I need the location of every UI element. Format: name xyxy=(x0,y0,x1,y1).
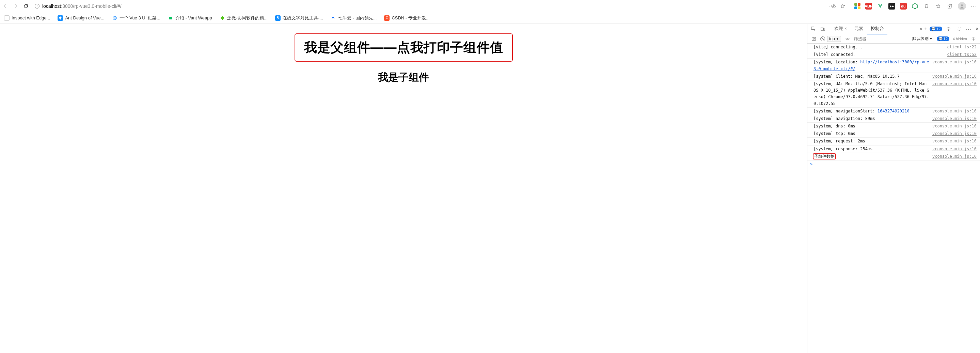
page-content: 我是父组件——点我打印子组件值 我是子组件 xyxy=(0,24,807,353)
refresh-button[interactable] xyxy=(23,3,29,9)
bookmark-icon: B xyxy=(275,15,281,21)
clear-console-icon[interactable] xyxy=(820,37,825,41)
bookmark-item[interactable]: CCSDN - 专业开发... xyxy=(384,15,430,21)
console-log-row: [system] Location: http://localhost:3000… xyxy=(807,59,980,73)
back-button[interactable] xyxy=(3,3,8,9)
console-log-row: [vite] connected.client.ts:52 xyxy=(807,51,980,59)
console-log-row: [system] dns: 0msvconsole.min.js:10 xyxy=(807,123,980,130)
extension-icon-4[interactable]: ●● xyxy=(888,3,895,10)
bookmark-label: CSDN - 专业开发... xyxy=(391,15,430,21)
bookmark-item[interactable]: 一个 Vue 3 UI 框架... xyxy=(112,15,161,21)
console-settings-icon[interactable] xyxy=(970,36,977,42)
nginx-extension-icon[interactable] xyxy=(912,3,918,10)
bookmarks-bar: Inspect with Edge... Ant Design of Vue..… xyxy=(0,12,980,24)
source-link[interactable]: vconsole.min.js:10 xyxy=(932,73,977,80)
console-output[interactable]: [vite] connecting...client.ts:22 [vite] … xyxy=(807,44,980,353)
source-link[interactable]: vconsole.min.js:10 xyxy=(932,81,977,107)
devtools-tabs: 欢迎× 元素 控制台 » + 💬12 ··· × xyxy=(807,24,980,34)
source-link[interactable]: vconsole.min.js:10 xyxy=(932,131,977,137)
site-info-icon[interactable]: i xyxy=(35,4,40,8)
bookmark-label: Ant Design of Vue... xyxy=(65,15,104,21)
inspect-element-icon[interactable] xyxy=(810,26,816,32)
bookmark-icon xyxy=(168,15,173,21)
vue-extension-icon[interactable] xyxy=(877,3,884,10)
parent-component-box[interactable]: 我是父组件——点我打印子组件值 xyxy=(294,34,513,62)
bookmark-icon xyxy=(4,15,10,21)
bookmark-item[interactable]: Inspect with Edge... xyxy=(4,15,50,21)
bookmark-label: 七牛云 - 国内领先... xyxy=(338,15,377,21)
more-tabs-icon[interactable]: » xyxy=(920,27,923,31)
svg-point-13 xyxy=(847,38,848,39)
highlighted-log: 子组件数据 xyxy=(813,153,836,160)
console-toolbar: top▼ 默认级别▼ 💬12 4 hidden xyxy=(807,34,980,44)
bookmark-label: 介绍 - Vant Weapp xyxy=(175,15,212,21)
child-component-text: 我是子组件 xyxy=(10,70,797,85)
source-link[interactable]: vconsole.min.js:10 xyxy=(932,146,977,152)
issues-badge[interactable]: 💬12 xyxy=(930,27,942,31)
source-link[interactable]: client.ts:52 xyxy=(947,51,977,58)
console-log-row: [vite] connecting...client.ts:22 xyxy=(807,44,980,51)
extensions-row: ABP ●● du ··· xyxy=(854,2,977,10)
forward-button[interactable] xyxy=(13,3,18,9)
bookmark-icon xyxy=(331,15,336,21)
reader-mode-icon[interactable]: aあ xyxy=(829,3,836,9)
console-log-row: [system] tcp: 0msvconsole.min.js:10 xyxy=(807,130,980,137)
bookmark-item[interactable]: Ant Design of Vue... xyxy=(57,15,104,21)
bookmark-item[interactable]: ✱泛微-协同软件的精... xyxy=(220,15,268,21)
favorite-icon[interactable] xyxy=(840,3,845,9)
close-devtools-icon[interactable]: × xyxy=(975,26,978,32)
console-log-row: [system] navigationStart: 1643274920210v… xyxy=(807,108,980,115)
log-level-selector[interactable]: 默认级别▼ xyxy=(912,36,933,42)
console-log-row: [system] response: 254msvconsole.min.js:… xyxy=(807,145,980,153)
devtools-menu-icon[interactable]: ··· xyxy=(966,26,972,32)
collections-icon[interactable] xyxy=(946,3,953,10)
console-prompt[interactable]: > xyxy=(807,160,980,168)
bookmark-label: 一个 Vue 3 UI 框架... xyxy=(119,15,161,21)
sidebar-toggle-icon[interactable] xyxy=(811,36,817,42)
source-link[interactable]: vconsole.min.js:10 xyxy=(932,123,977,129)
tab-console[interactable]: 控制台 xyxy=(867,24,888,34)
svg-point-1 xyxy=(961,5,963,6)
svg-point-7 xyxy=(948,28,949,30)
settings-icon[interactable] xyxy=(946,26,952,32)
activity-icon[interactable] xyxy=(956,26,963,32)
favorites-icon[interactable] xyxy=(935,3,942,10)
console-log-row: [system] navigation: 89msvconsole.min.js… xyxy=(807,115,980,123)
console-filter-input[interactable] xyxy=(854,37,888,41)
bookmark-icon xyxy=(112,15,118,21)
baidu-extension-icon[interactable]: du xyxy=(900,3,907,10)
live-expression-icon[interactable] xyxy=(845,36,851,42)
svg-rect-3 xyxy=(169,17,172,19)
abp-extension-icon[interactable]: ABP xyxy=(865,3,872,10)
bookmark-label: Inspect with Edge... xyxy=(11,15,50,21)
new-tab-icon[interactable]: + xyxy=(924,26,927,32)
source-link[interactable]: vconsole.min.js:10 xyxy=(932,153,977,160)
context-selector[interactable]: top▼ xyxy=(827,36,841,42)
bookmark-item[interactable]: 七牛云 - 国内领先... xyxy=(331,15,377,21)
bookmark-icon xyxy=(57,15,63,21)
bookmark-label: 在线文字对比工具-... xyxy=(283,15,323,21)
device-toggle-icon[interactable] xyxy=(819,26,826,32)
hidden-count: 4 hidden xyxy=(953,37,967,41)
apps-icon[interactable] xyxy=(854,3,861,9)
source-link[interactable]: vconsole.min.js:10 xyxy=(932,108,977,115)
svg-rect-5 xyxy=(821,27,823,30)
profile-avatar[interactable] xyxy=(958,2,966,10)
issues-badge-small[interactable]: 💬12 xyxy=(937,37,949,41)
extensions-menu-icon[interactable] xyxy=(923,3,930,10)
source-link[interactable]: vconsole.min.js:10 xyxy=(932,115,977,122)
bookmark-item[interactable]: 介绍 - Vant Weapp xyxy=(168,15,212,21)
source-link[interactable]: vconsole.min.js:10 xyxy=(932,138,977,144)
bookmark-item[interactable]: B在线文字对比工具-... xyxy=(275,15,323,21)
source-link[interactable]: client.ts:22 xyxy=(947,44,977,50)
console-log-row: [system] UA: Mozilla/5.0 (Macintosh; Int… xyxy=(807,80,980,108)
parent-component-text: 我是父组件——点我打印子组件值 xyxy=(304,39,503,56)
url-text: localhost:3000/rp-vue3.0-mobile-cli/#/ xyxy=(42,3,122,9)
tab-elements[interactable]: 元素 xyxy=(851,24,867,34)
source-link[interactable]: vconsole.min.js:10 xyxy=(932,59,977,72)
close-icon[interactable]: × xyxy=(845,26,847,31)
address-bar[interactable]: i localhost:3000/rp-vue3.0-mobile-cli/#/… xyxy=(31,2,849,11)
more-menu-icon[interactable]: ··· xyxy=(971,3,977,9)
svg-rect-10 xyxy=(812,37,816,40)
tab-welcome[interactable]: 欢迎× xyxy=(831,24,850,34)
